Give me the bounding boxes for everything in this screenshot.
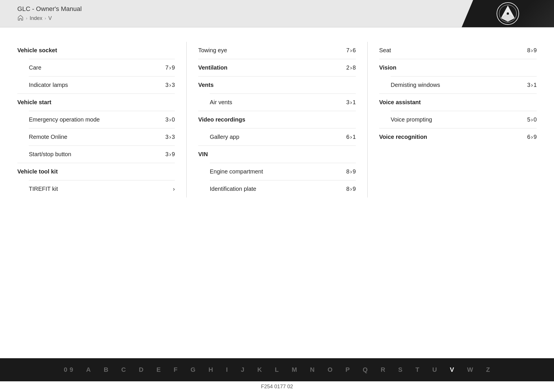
indicator-lamps-entry[interactable]: Indicator lamps 3›3	[29, 76, 175, 94]
nav-item-n[interactable]: N	[304, 366, 321, 374]
vehicle-start-label[interactable]: Vehicle start	[17, 99, 51, 106]
section-vehicle-toolkit: Vehicle tool kit TIREFIT kit ›	[17, 163, 175, 197]
nav-item-k[interactable]: K	[251, 366, 269, 374]
voice-prompting-entry[interactable]: Voice prompting 5›0	[391, 111, 537, 128]
video-recordings-label[interactable]: Video recordings	[198, 116, 245, 123]
start-stop-label: Start/stop button	[29, 151, 71, 158]
nav-item-d[interactable]: D	[132, 366, 150, 374]
vehicle-toolkit-label[interactable]: Vehicle tool kit	[17, 168, 58, 175]
identification-plate-page: 8›9	[346, 186, 356, 192]
breadcrumb-home-icon[interactable]	[17, 14, 24, 22]
voice-assistant-heading: Voice assistant	[379, 94, 537, 111]
nav-item-t[interactable]: T	[409, 366, 426, 374]
nav-item-b[interactable]: B	[97, 366, 115, 374]
demisting-windows-page: 3›1	[527, 82, 537, 88]
voice-recognition-entry[interactable]: Voice recognition 6›9	[379, 128, 537, 145]
air-vents-page: 3›1	[346, 99, 356, 106]
nav-item-p[interactable]: P	[339, 366, 356, 374]
left-column: Vehicle socket Care 7›9 Indicator lamps …	[17, 42, 186, 197]
nav-item-e[interactable]: E	[150, 366, 167, 374]
identification-plate-entry[interactable]: Identification plate 8›9	[210, 180, 356, 197]
ventilation-page: 2›8	[346, 64, 356, 71]
breadcrumb-sep2: ›	[45, 16, 46, 20]
tirefit-label: TIREFIT kit	[29, 186, 58, 192]
mercedes-logo	[496, 2, 519, 25]
gallery-app-entry[interactable]: Gallery app 6›1	[210, 128, 356, 145]
header-left: GLC - Owner's Manual › Index › V	[17, 5, 82, 22]
nav-item-l[interactable]: L	[269, 366, 285, 374]
nav-item-g[interactable]: G	[184, 366, 202, 374]
air-vents-entry[interactable]: Air vents 3›1	[210, 94, 356, 111]
care-entry[interactable]: Care 7›9	[29, 59, 175, 76]
demisting-windows-entry[interactable]: Demisting windows 3›1	[391, 76, 537, 94]
voice-assistant-label[interactable]: Voice assistant	[379, 99, 421, 106]
section-vin: VIN Engine compartment 8›9 Identificatio…	[198, 145, 356, 197]
vents-label[interactable]: Vents	[198, 82, 214, 88]
section-vents: Vents Air vents 3›1	[198, 76, 356, 111]
voice-recognition-label: Voice recognition	[379, 134, 427, 140]
seat-page: 8›9	[527, 47, 537, 54]
voice-recognition-page: 6›9	[527, 134, 537, 140]
nav-item-09[interactable]: 0 9	[57, 366, 80, 374]
vehicle-start-heading: Vehicle start	[17, 94, 175, 111]
breadcrumb-sep1: ›	[26, 16, 27, 20]
nav-item-o[interactable]: O	[321, 366, 339, 374]
vents-children: Air vents 3›1	[198, 94, 356, 111]
nav-item-z[interactable]: Z	[480, 366, 497, 374]
section-vehicle-start: Vehicle start Emergency operation mode 3…	[17, 94, 175, 163]
voice-assistant-children: Voice prompting 5›0	[379, 111, 537, 128]
seat-entry[interactable]: Seat 8›9	[379, 42, 537, 59]
engine-compartment-page: 8›9	[346, 168, 356, 175]
indicator-lamps-page: 3›3	[165, 82, 175, 88]
footer-code-text: F254 0177 02	[261, 384, 293, 389]
breadcrumb: › Index › V	[17, 14, 82, 22]
nav-item-f[interactable]: F	[167, 366, 184, 374]
vin-label[interactable]: VIN	[198, 151, 208, 158]
nav-item-a[interactable]: A	[80, 366, 98, 374]
vents-heading: Vents	[198, 76, 356, 94]
logo-area	[462, 0, 554, 27]
engine-compartment-label: Engine compartment	[210, 168, 263, 175]
demisting-windows-label: Demisting windows	[391, 82, 440, 88]
engine-compartment-entry[interactable]: Engine compartment 8›9	[210, 163, 356, 180]
nav-item-u[interactable]: U	[426, 366, 443, 374]
nav-item-h[interactable]: H	[202, 366, 220, 374]
tirefit-page: ›	[173, 186, 175, 192]
vision-heading: Vision	[379, 59, 537, 76]
nav-item-w[interactable]: W	[461, 366, 480, 374]
section-vision: Vision Demisting windows 3›1	[379, 59, 537, 94]
nav-item-r[interactable]: R	[374, 366, 392, 374]
remote-online-page: 3›3	[165, 134, 175, 140]
nav-item-v[interactable]: V	[443, 366, 461, 374]
nav-item-m[interactable]: M	[285, 366, 304, 374]
nav-item-j[interactable]: J	[234, 366, 251, 374]
nav-item-c[interactable]: C	[115, 366, 132, 374]
identification-plate-label: Identification plate	[210, 186, 256, 192]
bottom-nav: 0 9 A B C D E F G H I J K L M N O P Q R …	[0, 358, 554, 381]
vin-children: Engine compartment 8›9 Identification pl…	[198, 163, 356, 197]
nav-item-s[interactable]: S	[392, 366, 409, 374]
right-column: Seat 8›9 Vision Demisting windows 3›1	[368, 42, 537, 197]
vehicle-start-children: Emergency operation mode 3›0 Remote Onli…	[17, 111, 175, 163]
nav-item-i[interactable]: I	[220, 366, 234, 374]
towing-eye-page: 7›6	[346, 47, 356, 54]
middle-column: Towing eye 7›6 Ventilation 2›8 Vents Air…	[187, 42, 367, 197]
vehicle-socket-label[interactable]: Vehicle socket	[17, 47, 57, 54]
tirefit-entry[interactable]: TIREFIT kit ›	[29, 180, 175, 197]
start-stop-page: 3›9	[165, 151, 175, 158]
nav-item-q[interactable]: Q	[356, 366, 374, 374]
vehicle-toolkit-heading: Vehicle tool kit	[17, 163, 175, 180]
towing-eye-entry[interactable]: Towing eye 7›6	[198, 42, 356, 59]
voice-prompting-page: 5›0	[527, 116, 537, 123]
remote-online-label: Remote Online	[29, 134, 67, 140]
ventilation-entry[interactable]: Ventilation 2›8	[198, 59, 356, 76]
main-content: Vehicle socket Care 7›9 Indicator lamps …	[0, 27, 554, 358]
section-video-recordings: Video recordings Gallery app 6›1	[198, 111, 356, 145]
vin-heading: VIN	[198, 145, 356, 163]
remote-online-entry[interactable]: Remote Online 3›3	[29, 128, 175, 145]
indicator-lamps-label: Indicator lamps	[29, 82, 68, 88]
start-stop-entry[interactable]: Start/stop button 3›9	[29, 145, 175, 163]
vision-label[interactable]: Vision	[379, 64, 396, 71]
breadcrumb-index[interactable]: Index	[30, 15, 42, 21]
emergency-op-entry[interactable]: Emergency operation mode 3›0	[29, 111, 175, 128]
